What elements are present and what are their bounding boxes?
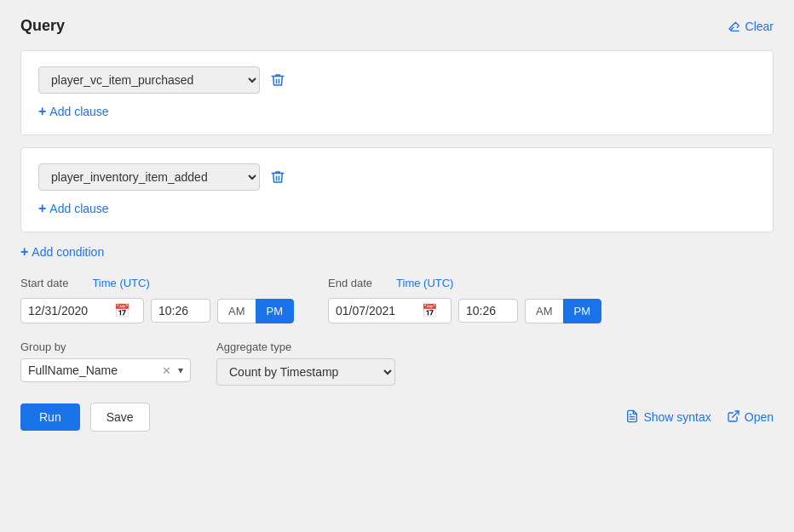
add-condition-label: Add condition xyxy=(32,245,104,259)
delete-condition-1-button[interactable] xyxy=(270,72,285,88)
group-by-chevron-button[interactable]: ▾ xyxy=(178,364,183,376)
aggregate-select[interactable]: Count by Timestamp Sum Average Min Max xyxy=(216,358,395,386)
group-by-label: Group by xyxy=(20,340,191,353)
footer-actions: Run Save Show syntax xyxy=(20,403,774,432)
add-clause-2-label: Add clause xyxy=(49,202,108,215)
add-clause-2-button[interactable]: + Add clause xyxy=(38,201,109,216)
aggregate-section: Aggregate type Count by Timestamp Sum Av… xyxy=(216,340,395,386)
start-date-input-wrap: 📅 xyxy=(20,298,144,323)
end-ampm-group: AM PM xyxy=(525,299,601,323)
show-syntax-label: Show syntax xyxy=(643,410,711,424)
clear-button[interactable]: Clear xyxy=(728,20,774,33)
start-time-label: Time (UTC) xyxy=(92,277,149,289)
page-title: Query xyxy=(20,17,65,35)
add-clause-1-label: Add clause xyxy=(49,105,108,118)
end-time-input[interactable] xyxy=(466,304,509,317)
start-date-group: Start date Time (UTC) 📅 AM PM xyxy=(20,277,294,323)
footer-left: Run Save xyxy=(20,403,150,432)
group-by-input-wrap: FullName_Name ✕ ▾ xyxy=(20,358,191,382)
open-button[interactable]: Open xyxy=(727,409,774,426)
start-ampm-group: AM PM xyxy=(217,299,294,323)
end-date-group: End date Time (UTC) 📅 AM PM xyxy=(328,277,601,323)
save-button[interactable]: Save xyxy=(90,403,150,432)
group-by-section: Group by FullName_Name ✕ ▾ xyxy=(20,340,191,382)
start-pm-button[interactable]: PM xyxy=(256,299,295,323)
plus-icon-1: + xyxy=(38,104,46,119)
add-condition-button[interactable]: + Add condition xyxy=(20,244,104,260)
open-icon xyxy=(727,409,740,426)
svg-line-2 xyxy=(732,411,738,417)
plus-icon-condition: + xyxy=(20,244,28,260)
end-pm-button[interactable]: PM xyxy=(563,299,602,323)
condition-card-2: player_vc_item_purchased player_inventor… xyxy=(20,147,774,232)
start-time-input-wrap xyxy=(151,299,210,323)
group-by-clear-button[interactable]: ✕ xyxy=(160,364,173,377)
end-date-label: End date xyxy=(328,277,372,289)
start-am-button[interactable]: AM xyxy=(217,299,256,323)
end-date-input-wrap: 📅 xyxy=(328,298,452,323)
event-select-1[interactable]: player_vc_item_purchased player_inventor… xyxy=(38,66,260,94)
event-select-2[interactable]: player_vc_item_purchased player_inventor… xyxy=(38,163,260,191)
start-time-input[interactable] xyxy=(158,304,201,317)
show-syntax-button[interactable]: Show syntax xyxy=(625,409,711,426)
doc-icon xyxy=(625,409,639,426)
end-time-label: Time (UTC) xyxy=(396,277,453,289)
start-calendar-icon[interactable]: 📅 xyxy=(114,303,130,318)
clear-label: Clear xyxy=(745,20,774,33)
date-section: Start date Time (UTC) 📅 AM PM xyxy=(20,277,774,323)
bottom-section: Group by FullName_Name ✕ ▾ Aggregate typ… xyxy=(20,340,774,386)
eraser-icon xyxy=(728,20,741,33)
start-date-input[interactable] xyxy=(28,304,109,317)
open-label: Open xyxy=(745,410,774,424)
run-button[interactable]: Run xyxy=(20,403,80,431)
aggregate-label: Aggregate type xyxy=(216,340,395,353)
add-clause-1-button[interactable]: + Add clause xyxy=(38,104,109,119)
plus-icon-2: + xyxy=(38,201,46,216)
delete-condition-2-button[interactable] xyxy=(270,169,285,185)
condition-card-1: player_vc_item_purchased player_inventor… xyxy=(20,50,774,135)
start-date-label: Start date xyxy=(20,277,68,289)
end-date-input[interactable] xyxy=(336,304,417,317)
end-time-input-wrap xyxy=(458,299,518,323)
end-calendar-icon[interactable]: 📅 xyxy=(422,303,438,318)
end-am-button[interactable]: AM xyxy=(525,299,563,323)
group-by-value: FullName_Name xyxy=(28,363,155,377)
footer-right: Show syntax Open xyxy=(625,409,774,426)
